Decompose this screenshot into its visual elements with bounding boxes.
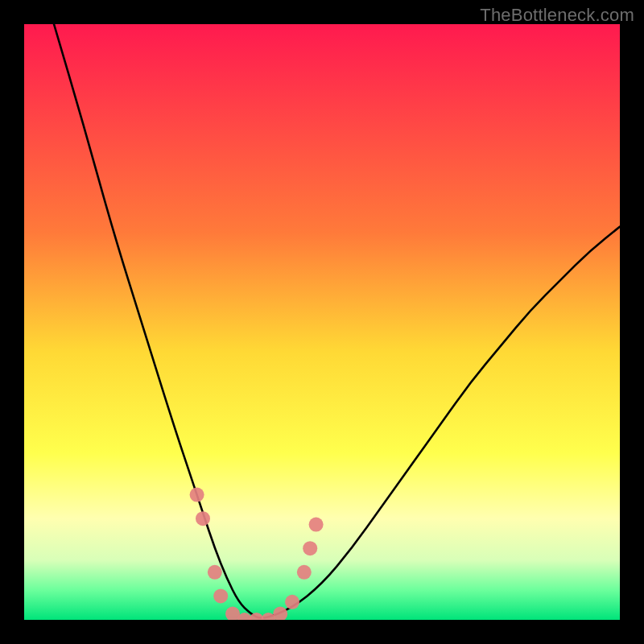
watermark-text: TheBottleneck.com bbox=[480, 5, 634, 26]
marker-point bbox=[208, 565, 222, 580]
marker-point bbox=[273, 607, 287, 620]
marker-point bbox=[297, 565, 312, 580]
bottleneck-curve bbox=[54, 24, 620, 618]
marker-point bbox=[213, 588, 228, 603]
plot-area bbox=[24, 24, 620, 620]
marker-point bbox=[190, 488, 204, 502]
curve-overlay bbox=[24, 24, 620, 620]
chart-frame: TheBottleneck.com bbox=[0, 0, 644, 644]
marker-point bbox=[303, 541, 317, 555]
marker-point bbox=[196, 511, 210, 526]
marker-point bbox=[285, 595, 299, 609]
marker-point bbox=[309, 518, 324, 532]
